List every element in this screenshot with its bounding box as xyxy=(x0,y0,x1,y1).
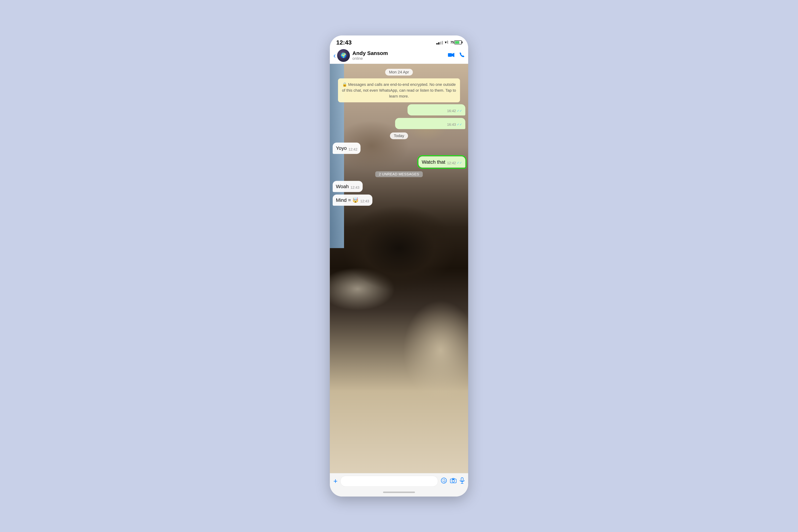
battery-box xyxy=(454,40,462,44)
message-bubble-sent-1643: 16:43 ✓✓ xyxy=(395,118,465,129)
avatar[interactable]: 🌍 xyxy=(337,49,350,62)
bubble-meta: 16:43 ✓✓ xyxy=(447,122,462,127)
svg-point-5 xyxy=(452,480,455,482)
svg-point-2 xyxy=(441,478,446,483)
signal-bars-icon xyxy=(436,40,443,44)
svg-point-3 xyxy=(443,479,443,480)
attach-button[interactable]: + xyxy=(334,477,338,485)
table-row: 16:42 ✓✓ xyxy=(333,104,465,115)
table-row: Woah 12:43 xyxy=(333,181,465,192)
messages-overlay: Mon 24 Apr 🔒 Messages and calls are end-… xyxy=(330,64,468,473)
wifi-icon: ▾⌇ xyxy=(445,40,449,45)
bubble-time: 12:42 xyxy=(348,147,357,152)
phone-call-button[interactable] xyxy=(459,52,464,59)
bubble-meta: 12:43 xyxy=(350,185,359,190)
unread-separator: 2 UNREAD MESSAGES xyxy=(333,171,465,177)
bubble-text xyxy=(411,107,445,113)
message-bubble-watch-that: Watch that 12:42 ✓✓ xyxy=(418,156,465,168)
video-call-button[interactable] xyxy=(448,52,454,59)
bubble-meta: 16:42 ✓✓ xyxy=(447,108,462,113)
phone-frame: 12:43 ▾⌇ 75 ‹ 🌍 Andy Sansom online xyxy=(330,36,468,496)
table-row: 16:43 ✓✓ xyxy=(333,118,465,129)
date-separator-today: Today xyxy=(333,132,465,139)
bubble-text xyxy=(398,120,445,127)
input-actions xyxy=(441,477,464,485)
microphone-button[interactable] xyxy=(460,477,464,485)
header-actions xyxy=(448,52,464,59)
bubble-text: Yoyo xyxy=(336,145,347,152)
contact-info: Andy Sansom online xyxy=(353,50,448,61)
camera-button[interactable] xyxy=(450,478,456,484)
chat-header: ‹ 🌍 Andy Sansom online xyxy=(330,48,468,64)
bubble-time: 12:43 xyxy=(350,185,359,190)
table-row: Mind = 🤯 12:43 xyxy=(333,194,465,206)
message-bubble-woah: Woah 12:43 xyxy=(333,181,363,192)
svg-rect-0 xyxy=(448,53,452,57)
svg-marker-1 xyxy=(452,53,454,57)
unread-count-badge: 2 UNREAD MESSAGES xyxy=(375,171,423,177)
bubble-meta: 12:43 xyxy=(360,198,369,204)
message-bubble-yoyo: Yoyo 12:42 xyxy=(333,142,361,154)
bubble-time: 12:42 xyxy=(447,160,456,166)
bubble-meta: 12:42 xyxy=(348,147,357,152)
message-bubble-mind: Mind = 🤯 12:43 xyxy=(333,194,373,206)
encryption-notice[interactable]: 🔒 Messages and calls are end-to-end encr… xyxy=(338,78,460,102)
read-check-icon: ✓✓ xyxy=(457,122,462,127)
contact-status: online xyxy=(353,56,448,61)
bubble-time: 16:42 xyxy=(447,108,456,113)
home-indicator xyxy=(330,489,468,496)
date-pill-today: Today xyxy=(390,132,408,139)
date-pill-old: Mon 24 Apr xyxy=(385,69,413,76)
status-icons: ▾⌇ 75 xyxy=(436,40,462,45)
date-separator-old: Mon 24 Apr xyxy=(333,69,465,76)
sticker-button[interactable] xyxy=(441,478,447,485)
input-bar: + xyxy=(330,473,468,489)
battery-fill xyxy=(455,41,459,44)
bubble-time: 16:43 xyxy=(447,122,456,127)
table-row: Yoyo 12:42 xyxy=(333,142,465,154)
bubble-text: Woah xyxy=(336,183,349,190)
svg-rect-7 xyxy=(461,478,463,481)
back-button[interactable]: ‹ xyxy=(334,52,336,59)
bubble-text: Mind = 🤯 xyxy=(336,197,359,204)
table-row: Watch that 12:42 ✓✓ xyxy=(333,156,465,168)
bubble-meta: 12:42 ✓✓ xyxy=(447,160,462,166)
chat-background: Mon 24 Apr 🔒 Messages and calls are end-… xyxy=(330,64,468,473)
message-input[interactable] xyxy=(340,476,438,487)
read-check-icon: ✓✓ xyxy=(457,161,462,165)
battery-icon: 75 xyxy=(451,40,462,44)
home-bar xyxy=(383,492,415,493)
bubble-time: 12:43 xyxy=(360,198,369,204)
status-time: 12:43 xyxy=(336,39,352,46)
read-check-icon: ✓✓ xyxy=(457,109,462,113)
message-bubble-sent-1642: 16:42 ✓✓ xyxy=(407,104,465,115)
chat-area: Mon 24 Apr 🔒 Messages and calls are end-… xyxy=(330,64,468,473)
bubble-text: Watch that xyxy=(422,158,445,166)
contact-name: Andy Sansom xyxy=(353,50,448,56)
status-bar: 12:43 ▾⌇ 75 xyxy=(330,36,468,48)
